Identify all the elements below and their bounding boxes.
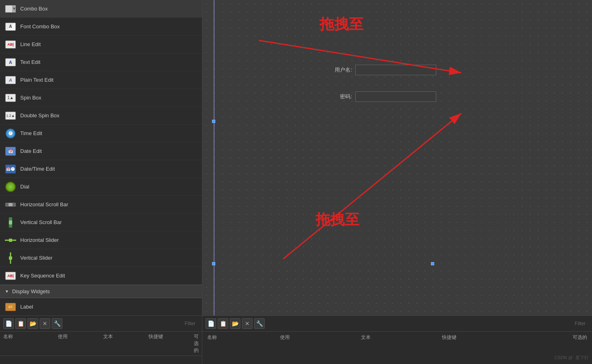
col-shortcut: 快捷键	[149, 333, 194, 354]
main-import-btn[interactable]: 📂	[230, 318, 240, 329]
text-edit-icon: A	[5, 57, 16, 68]
main-delete-btn[interactable]: ✕	[242, 318, 253, 329]
widget-item-hscroll[interactable]: Horizontal Scroll Bar	[0, 196, 202, 214]
main-col-shortcut: 快捷键	[442, 334, 523, 341]
settings-icon-btn[interactable]: 🔧	[52, 318, 62, 329]
widget-item-datetime-edit[interactable]: 📅🕐 Date/Time Edit	[0, 160, 202, 178]
col-use: 使用	[58, 333, 103, 354]
hslider-icon	[5, 235, 16, 246]
import-icon-btn[interactable]: 📂	[28, 318, 38, 329]
main-area: 用户名: 密码: 拖拽至 拖拽至	[202, 0, 592, 364]
widget-list: Combo Box A Font Combo Box AB| Line Edit…	[0, 0, 202, 315]
combo-box-label: Combo Box	[20, 6, 48, 12]
delete-icon-btn[interactable]: ✕	[40, 318, 50, 329]
main-copy-btn[interactable]: 📋	[218, 318, 228, 329]
toolbar-icons: 📄 📋 📂 ✕ 🔧 Filter	[0, 316, 202, 332]
hscroll-label: Horizontal Scroll Bar	[20, 201, 68, 207]
new-icon-btn[interactable]: 📄	[3, 318, 14, 329]
widget-item-dial[interactable]: Dial	[0, 178, 202, 196]
key-sequence-label: Key Sequence Edit	[20, 273, 65, 279]
widget-item-label[interactable]: 🏷 Label	[0, 298, 202, 315]
spin-box-icon: 1▲	[5, 92, 16, 104]
svg-text:拖拽至: 拖拽至	[319, 16, 364, 32]
font-combo-box-label: Font Combo Box	[20, 23, 60, 30]
key-sequence-icon: AB|	[5, 270, 16, 281]
main-settings-btn[interactable]: 🔧	[254, 318, 265, 329]
password-input[interactable]	[355, 91, 436, 102]
canvas-area[interactable]: 用户名: 密码: 拖拽至 拖拽至	[202, 0, 592, 315]
hscroll-icon	[5, 199, 16, 210]
vscroll-icon	[5, 217, 16, 228]
widget-item-vslider[interactable]: Vertical Slider	[0, 249, 202, 267]
username-input[interactable]	[355, 65, 436, 75]
table-header: 名称 使用 文本 快捷键 可选的	[0, 332, 202, 356]
hslider-label: Horizontal Slider	[20, 237, 59, 243]
canvas-dot-3	[431, 262, 434, 265]
arrow-overlay: 拖拽至 拖拽至	[202, 0, 592, 315]
vslider-label: Vertical Slider	[20, 255, 52, 261]
svg-rect-4	[8, 203, 13, 206]
widget-item-key-sequence[interactable]: AB| Key Sequence Edit	[0, 267, 202, 285]
vscroll-label: Vertical Scroll Bar	[20, 219, 62, 225]
widget-item-time-edit[interactable]: 🕐 Time Edit	[0, 125, 202, 142]
password-label: 密码:	[328, 93, 352, 100]
main-filter-label: Filter	[575, 321, 589, 326]
main-col-text: 文本	[361, 334, 442, 341]
plain-text-edit-icon: A	[5, 74, 16, 86]
widget-item-plain-text-edit[interactable]: A Plain Text Edit	[0, 71, 202, 89]
spin-box-label: Spin Box	[20, 95, 41, 101]
form-password-row: 密码:	[328, 91, 436, 102]
section-arrow: ▼	[5, 289, 9, 294]
col-name: 名称	[3, 333, 58, 354]
widget-item-double-spin-box[interactable]: 1.2▲ Double Spin Box	[0, 107, 202, 125]
widget-item-combo-box[interactable]: Combo Box	[0, 0, 202, 18]
widget-item-vscroll[interactable]: Vertical Scroll Bar	[0, 214, 202, 231]
form-username-row: 用户名:	[328, 65, 436, 75]
dial-label: Dial	[20, 184, 29, 190]
canvas-vertical-line	[214, 0, 214, 315]
col-text: 文本	[103, 333, 149, 354]
canvas-dot-2	[212, 262, 215, 265]
section-header-display-widgets[interactable]: ▼ Display Widgets	[0, 285, 202, 298]
watermark: CSDN @` 星下灯	[554, 355, 589, 361]
svg-line-14	[283, 113, 461, 259]
main-new-btn[interactable]: 📄	[206, 318, 216, 329]
double-spin-box-icon: 1.2▲	[5, 110, 16, 121]
svg-rect-6	[9, 220, 12, 224]
plain-text-edit-label: Plain Text Edit	[20, 77, 53, 83]
main-col-use: 使用	[280, 334, 361, 341]
font-combo-box-icon: A	[5, 21, 16, 32]
label-label: Label	[20, 304, 33, 310]
vslider-icon	[5, 252, 16, 264]
widget-item-line-edit[interactable]: AB| Line Edit	[0, 36, 202, 53]
filter-label: Filter	[185, 321, 199, 326]
main-table-header: 名称 使用 文本 快捷键 可选的	[202, 332, 592, 343]
username-label: 用户名:	[328, 66, 352, 74]
text-edit-label: Text Edit	[20, 59, 40, 65]
widget-item-spin-box[interactable]: 1▲ Spin Box	[0, 89, 202, 107]
double-spin-box-label: Double Spin Box	[20, 112, 59, 119]
svg-text:拖拽至: 拖拽至	[315, 211, 360, 228]
col-optional: 可选的	[194, 333, 199, 354]
section-header-label: Display Widgets	[12, 288, 50, 294]
combo-box-icon	[5, 3, 16, 15]
line-edit-icon: AB|	[5, 39, 16, 50]
left-panel: Combo Box A Font Combo Box AB| Line Edit…	[0, 0, 202, 364]
label-icon: 🏷	[5, 301, 16, 313]
time-edit-label: Time Edit	[20, 130, 42, 136]
canvas-dot-1	[212, 120, 215, 123]
widget-item-date-edit[interactable]: 📅 Date Edit	[0, 142, 202, 160]
copy-icon-btn[interactable]: 📋	[15, 318, 26, 329]
datetime-edit-icon: 📅🕐	[5, 163, 16, 175]
date-edit-label: Date Edit	[20, 148, 42, 154]
main-col-name: 名称	[207, 334, 280, 341]
main-col-optional: 可选的	[523, 334, 587, 341]
widget-item-hslider[interactable]: Horizontal Slider	[0, 231, 202, 249]
svg-rect-10	[9, 256, 12, 260]
bottom-toolbar: 📄 📋 📂 ✕ 🔧 Filter 名称 使用 文本 快捷键 可选的	[0, 315, 202, 364]
time-edit-icon: 🕐	[5, 128, 16, 139]
widget-item-font-combo-box[interactable]: A Font Combo Box	[0, 18, 202, 36]
widget-item-text-edit[interactable]: A Text Edit	[0, 53, 202, 71]
canvas-form: 用户名: 密码:	[328, 65, 436, 118]
main-bottom-icons: 📄 📋 📂 ✕ 🔧 Filter	[202, 316, 592, 332]
